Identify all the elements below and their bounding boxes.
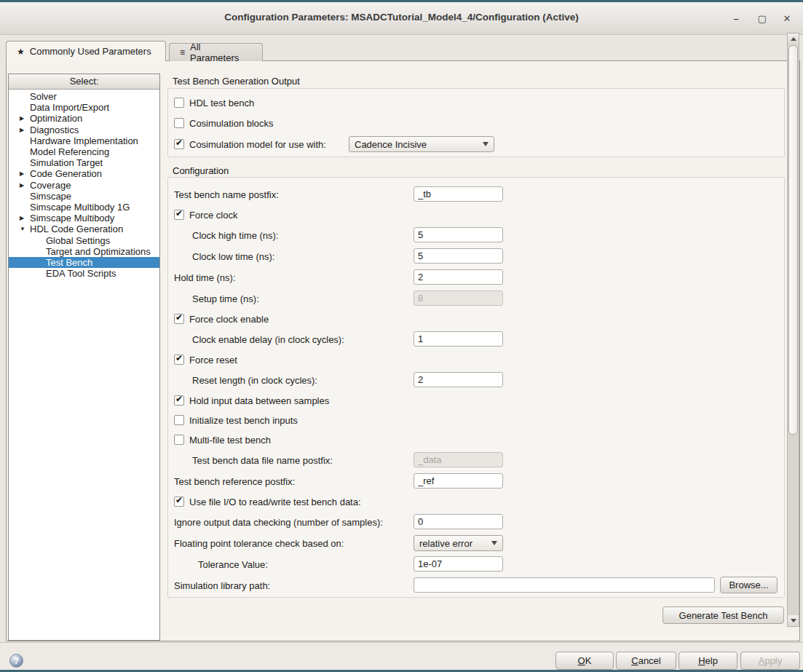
multi-file-tb-checkbox[interactable] [174,435,184,445]
sidebar-item-hardware-implementation[interactable]: Hardware Implementation [9,135,159,146]
cosimulation-blocks-label: Cosimulation blocks [189,118,274,129]
sidebar-item-target-and-optimizations[interactable]: Target and Optimizations [9,246,159,257]
scroll-down-button[interactable] [788,615,799,626]
sidebar-item-simscape-multibody-1g[interactable]: Simscape Multibody 1G [9,202,159,213]
hold-input-data-checkbox[interactable]: ✔ [174,395,184,406]
cancel-button[interactable]: Cancel [616,652,676,670]
expanded-arrow-icon[interactable]: ▼ [20,226,30,232]
sidebar-item-coverage[interactable]: ▶Coverage [9,180,159,191]
output-groupbox: HDL test bench Cosimulation blocks ✔ Cos… [167,88,785,157]
configuration-parameters-dialog: { "window": { "title": "Configuration Pa… [0,0,803,672]
sidebar-item-data-import-export[interactable]: Data Import/Export [9,102,159,113]
initialize-tb-inputs-label: Initialize test bench inputs [189,415,298,426]
hdl-test-bench-checkbox[interactable] [174,98,184,108]
force-clock-enable-checkbox[interactable]: ✔ [174,314,184,324]
tab-label: All Parameters [190,41,252,63]
tb-data-postfix-label: Test bench data file name postfix: [192,455,333,466]
clock-high-label: Clock high time (ns): [192,230,278,241]
tb-data-postfix-input [414,452,503,467]
tab-label: Commonly Used Parameters [30,46,151,57]
sim-library-path-input[interactable] [414,577,715,593]
clock-low-label: Clock low time (ns): [192,251,274,262]
hold-time-input[interactable] [414,269,503,285]
collapsed-arrow-icon[interactable]: ▶ [20,127,30,133]
sidebar-item-simscape-multibody[interactable]: ▶Simscape Multibody [9,213,159,224]
browse-button[interactable]: Browse... [720,577,778,593]
scroll-up-button[interactable] [788,33,799,44]
force-clock-label: Force clock [189,210,237,221]
cosimulation-model-label: Cosimulation model for use with: [189,139,326,150]
apply-button: Apply [740,652,800,670]
hold-time-label: Hold time (ns): [174,272,236,283]
chevron-down-icon [491,541,497,545]
star-icon: ★ [17,47,25,57]
setup-time-input [414,290,503,306]
float-tolerance-label: Floating point tolerance check based on: [174,538,344,549]
reset-length-label: Reset length (in clock cycles): [192,375,317,386]
clock-high-input[interactable] [414,227,503,242]
arrow-up-icon [791,37,796,41]
scrollbar-thumb[interactable] [788,45,798,435]
collapsed-arrow-icon[interactable]: ▶ [20,115,30,122]
list-icon: ≡ [180,47,185,58]
tb-name-postfix-label: Test bench name postfix: [174,189,279,200]
window-title: Configuration Parameters: MSADCTutorial_… [0,12,803,23]
sidebar-item-test-bench[interactable]: Test Bench [9,257,159,268]
use-file-io-checkbox[interactable]: ✔ [174,497,184,507]
reset-length-input[interactable] [414,372,503,387]
clock-low-input[interactable] [414,248,503,264]
tolerance-value-label: Tolerance Value: [198,559,268,570]
multi-file-tb-label: Multi-file test bench [189,435,271,446]
configuration-groupbox: Test bench name postfix: ✔ Force clock C… [167,177,785,598]
initialize-tb-inputs-checkbox[interactable] [174,415,184,425]
clock-enable-delay-label: Clock enable delay (in clock cycles): [192,334,344,345]
tb-name-postfix-input[interactable] [414,186,503,202]
sidebar-item-eda-tool-scripts[interactable]: EDA Tool Scripts [9,268,159,279]
collapsed-arrow-icon[interactable]: ▶ [20,215,30,221]
vertical-scrollbar[interactable] [787,33,799,627]
cosimulation-model-checkbox[interactable]: ✔ [174,139,184,149]
sidebar-item-simulation-target[interactable]: Simulation Target [9,157,159,168]
minimize-button[interactable]: – [728,12,744,25]
maximize-button[interactable]: ▢ [754,12,770,25]
arrow-down-icon [791,619,796,622]
help-button[interactable]: Help [679,652,737,670]
ok-button[interactable]: OK [555,652,614,670]
hdl-test-bench-label: HDL test bench [189,98,254,108]
sidebar-header: Select: [9,74,159,90]
ignore-output-input[interactable] [414,514,503,529]
force-clock-checkbox[interactable]: ✔ [174,210,184,220]
footer-bar: ? OK Cancel Help Apply [0,642,803,672]
collapsed-arrow-icon[interactable]: ▶ [20,170,30,177]
tolerance-value-input[interactable] [414,556,503,572]
collapsed-arrow-icon[interactable]: ▶ [20,182,30,189]
float-tolerance-dropdown[interactable]: relative error [414,535,503,551]
tab-all-parameters[interactable]: ≡ All Parameters [169,43,263,61]
setup-time-label: Setup time (ns): [192,293,259,304]
sidebar-item-simscape[interactable]: Simscape [9,191,159,202]
close-button[interactable]: ✕ [779,12,795,25]
sidebar-item-model-referencing[interactable]: Model Referencing [9,146,159,157]
cosimulation-blocks-checkbox[interactable] [174,118,184,128]
sidebar-item-solver[interactable]: Solver [9,91,159,102]
section-title-configuration: Configuration [173,165,229,176]
cosimulation-tool-dropdown[interactable]: Cadence Incisive [349,136,494,152]
help-orb-icon[interactable]: ? [9,654,23,668]
sidebar-item-code-generation[interactable]: ▶Code Generation [9,168,159,179]
clock-enable-delay-input[interactable] [414,331,503,347]
ignore-output-label: Ignore output data checking (number of s… [174,517,383,528]
sidebar-item-global-settings[interactable]: Global Settings [9,234,159,245]
sidebar-item-optimization[interactable]: ▶Optimization [9,113,159,124]
force-reset-checkbox[interactable]: ✔ [174,355,184,365]
tb-reference-postfix-label: Test bench reference postfix: [174,476,295,487]
sidebar-item-hdl-code-generation[interactable]: ▼HDL Code Generation [9,224,159,234]
tab-commonly-used-parameters[interactable]: ★ Commonly Used Parameters [6,41,166,61]
force-clock-enable-label: Force clock enable [189,314,269,325]
force-reset-label: Force reset [189,355,237,365]
title-bar: Configuration Parameters: MSADCTutorial_… [0,2,803,35]
tb-reference-postfix-input[interactable] [414,473,503,489]
sidebar-item-diagnostics[interactable]: ▶Diagnostics [9,124,159,135]
generate-test-bench-button[interactable]: Generate Test Bench [662,606,784,624]
hold-input-data-label: Hold input data between samples [189,395,329,406]
parameter-tree: Solver Data Import/Export ▶Optimization … [9,90,159,279]
